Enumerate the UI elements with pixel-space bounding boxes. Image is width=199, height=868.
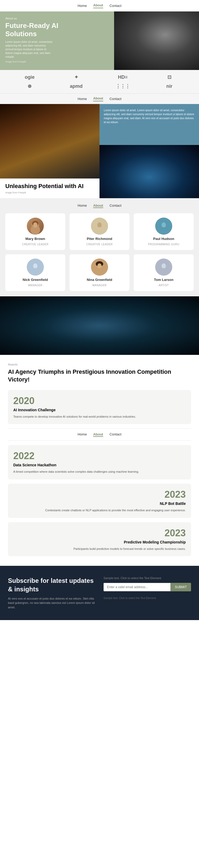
robot-fullwidth-image	[0, 296, 199, 355]
hero-robot-image	[114, 11, 199, 70]
hero-title: Future-Ready AI Solutions	[5, 22, 58, 38]
member-name-paul: Paul Hudson	[153, 237, 174, 241]
subscribe-button[interactable]: SUBMIT	[171, 583, 191, 591]
subscribe-description: At vero eos et accusam et justo duo dolo…	[8, 596, 95, 610]
nav2-about[interactable]: About	[93, 96, 103, 101]
award-name-2023-nlp: NLP Bot Battle	[13, 501, 186, 506]
avatar-tom	[155, 258, 172, 276]
nav2-contact[interactable]: Contact	[110, 97, 122, 101]
team-nav-home[interactable]: Home	[77, 204, 87, 208]
email-input[interactable]	[104, 583, 171, 591]
unleashing-text-block: Unleashing Potential with AI Image from …	[0, 179, 100, 198]
award-desc-2023-nlp: Contestants create chatbots or NLP appli…	[13, 508, 186, 513]
awards-nav-home[interactable]: Home	[77, 432, 87, 437]
unleashing-section: Unleashing Potential with AI Image from …	[0, 104, 199, 198]
nav-secondary: Home About Contact	[0, 93, 199, 104]
svg-point-12	[31, 268, 40, 276]
team-card-piter: Piter Richmond CREATIVE LEADER	[70, 213, 129, 250]
team-card-nick: Nick Greenfield MANAGER	[5, 254, 65, 291]
nav-about[interactable]: About	[93, 3, 103, 8]
hero-about-us-label: About us	[5, 17, 58, 20]
nav2-home[interactable]: Home	[77, 97, 87, 101]
logos-section: ogie ✦ HD≡ ⊡ ⊛ apmd ⋮⋮⋮ nir	[0, 70, 199, 93]
member-role-piter: CREATIVE LEADER	[86, 243, 113, 246]
award-card-2020: 2020 AI Innovation Challenge Teams compe…	[8, 390, 191, 424]
svg-point-3	[33, 222, 37, 228]
robot-image-left	[0, 104, 100, 179]
hero-description: Lorem ipsum dolor sit amet, consectetur …	[5, 40, 53, 59]
subscribe-footer-text: Sample text. Click to select the Text El…	[104, 597, 191, 599]
nav-top: Home About Contact	[0, 0, 199, 11]
award-card-2023-nlp: 2023 NLP Bot Battle Contestants create c…	[8, 484, 191, 518]
unleashing-text-box: Lorem ipsum dolor sit amet. Lorem ipsum …	[100, 104, 199, 145]
award-year-2023-pred: 2023	[13, 527, 186, 539]
subscribe-title: Subscribe for latest updates & insights	[8, 577, 95, 593]
logo-hd: HD≡	[118, 74, 128, 80]
logo-nir: nir	[166, 84, 172, 89]
awards-nav-about[interactable]: About	[93, 432, 103, 437]
awards-label: Awards	[8, 363, 191, 366]
awards-nav-contact[interactable]: Contact	[110, 432, 122, 437]
awards-section: Awards AI Agency Triumphs in Prestigious…	[0, 355, 199, 566]
logo-apmd: apmd	[70, 84, 82, 89]
svg-point-15	[97, 264, 102, 269]
member-name-tom: Tom Larson	[154, 278, 173, 282]
subscribe-sample-text: Sample text. Click to select the Text El…	[104, 577, 191, 580]
svg-point-19	[159, 268, 168, 276]
award-year-2020: 2020	[13, 395, 186, 406]
svg-point-11	[33, 264, 37, 269]
svg-point-6	[95, 227, 104, 235]
svg-point-9	[159, 227, 168, 235]
email-form: SUBMIT	[104, 583, 191, 591]
award-name-2020: AI Innovation Challenge	[13, 407, 186, 412]
member-role-nick: MANAGER	[28, 284, 42, 287]
logo-icon1: ✦	[74, 74, 78, 80]
member-role-nina: MANAGER	[92, 284, 107, 287]
team-section: Home About Contact Mary Brown CREATIVE L…	[0, 198, 199, 296]
unleashing-img-credit: Image from Freepik	[5, 191, 94, 194]
logo-icon2: ⊡	[167, 74, 171, 80]
awards-title: AI Agency Triumphs in Prestigious Innova…	[8, 368, 191, 383]
award-desc-2020: Teams compete to develop innovative AI s…	[13, 414, 186, 419]
team-nav-contact[interactable]: Contact	[110, 204, 122, 208]
hero-text-block: About us Future-Ready AI Solutions Lorem…	[5, 17, 58, 63]
award-desc-2022: A timed competition where data scientist…	[13, 469, 186, 474]
logo-dots: ⋮⋮⋮	[116, 83, 130, 89]
team-card-tom: Tom Larson ARTIST	[134, 254, 194, 291]
subscribe-section: Subscribe for latest updates & insights …	[0, 566, 199, 620]
team-card-mary: Mary Brown CREATIVE LEADER	[5, 213, 65, 250]
logo-ogie: ogie	[25, 74, 35, 80]
hero-section: About us Future-Ready AI Solutions Lorem…	[0, 11, 199, 70]
avatar-piter	[91, 218, 108, 235]
member-name-nina: Nina Greenfield	[87, 278, 112, 282]
member-name-piter: Piter Richmond	[87, 237, 112, 241]
team-grid: Mary Brown CREATIVE LEADER Piter Richmon…	[5, 213, 194, 291]
unleashing-left-col: Unleashing Potential with AI Image from …	[0, 104, 100, 198]
svg-point-16	[95, 268, 104, 276]
avatar-nick	[27, 258, 44, 276]
member-name-nick: Nick Greenfield	[23, 278, 48, 282]
member-role-paul: PROGRAMMING GURU	[148, 243, 180, 246]
member-name-mary: Mary Brown	[26, 237, 45, 241]
avatar-paul	[155, 218, 172, 235]
award-year-2023-nlp: 2023	[13, 489, 186, 500]
team-nav-about[interactable]: About	[93, 204, 103, 208]
member-role-tom: ARTIST	[159, 284, 169, 287]
hero-img-credit: Image from Freepik	[5, 60, 58, 63]
unleashing-title: Unleashing Potential with AI	[5, 183, 94, 190]
nav-contact[interactable]: Contact	[110, 4, 122, 8]
svg-point-8	[162, 222, 166, 228]
nav-home[interactable]: Home	[77, 4, 87, 8]
team-nav: Home About Contact	[5, 204, 194, 208]
subscribe-right: Sample text. Click to select the Text El…	[104, 577, 191, 610]
unleashing-right-col: Lorem ipsum dolor sit amet. Lorem ipsum …	[100, 104, 199, 198]
svg-point-5	[97, 222, 102, 228]
award-year-2022: 2022	[13, 451, 186, 462]
team-card-nina: Nina Greenfield MANAGER	[70, 254, 129, 291]
member-role-mary: CREATIVE LEADER	[22, 243, 48, 246]
avatar-mary	[27, 218, 44, 235]
team-card-paul: Paul Hudson PROGRAMMING GURU	[134, 213, 194, 250]
award-card-2022: 2022 Data Science Hackathon A timed comp…	[8, 445, 191, 479]
logo-icon3: ⊛	[28, 83, 32, 89]
robot-image-right	[100, 145, 199, 198]
